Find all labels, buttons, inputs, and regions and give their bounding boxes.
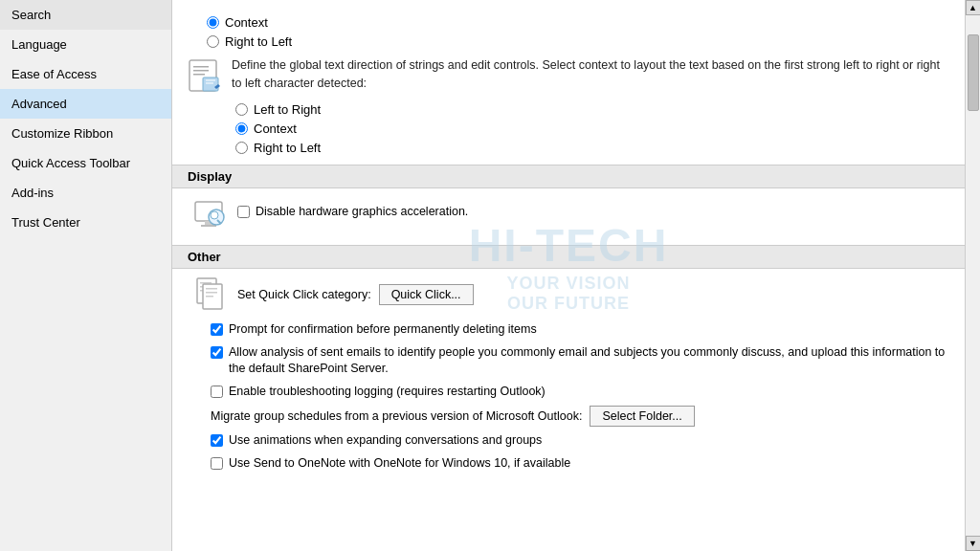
radio-ltr-input[interactable] xyxy=(235,103,248,116)
info-description: Define the global text direction of stri… xyxy=(232,56,949,93)
svg-rect-3 xyxy=(193,74,205,76)
other-icon xyxy=(193,276,228,314)
checkbox-confirm-delete[interactable]: Prompt for confirmation before permanent… xyxy=(188,321,949,339)
info-icon xyxy=(188,58,222,93)
display-section-header: Display xyxy=(172,165,965,188)
main-content: HI-TECH YOUR VISION OUR FUTURE Context R… xyxy=(172,0,965,551)
troubleshooting-checkbox[interactable] xyxy=(211,386,223,398)
scrollbar[interactable]: ▲ ▼ xyxy=(965,0,980,551)
animations-checkbox[interactable] xyxy=(211,434,223,447)
info-block: Define the global text direction of stri… xyxy=(188,56,949,93)
quick-click-button[interactable]: Quick Click... xyxy=(379,284,474,305)
migrate-row: Migrate group schedules from a previous … xyxy=(188,406,949,427)
sidebar-item-customize-ribbon[interactable]: Customize Ribbon xyxy=(0,119,171,148)
sidebar-item-language[interactable]: Language xyxy=(0,30,171,59)
svg-rect-2 xyxy=(193,70,209,72)
sidebar-item-add-ins[interactable]: Add-ins xyxy=(0,178,171,208)
svg-rect-19 xyxy=(206,292,217,294)
sidebar-item-advanced[interactable]: Advanced xyxy=(0,89,171,119)
radio-context-mid[interactable]: Context xyxy=(235,121,949,136)
sidebar-item-search[interactable]: Search xyxy=(0,0,171,30)
checkbox-allow-analysis[interactable]: Allow analysis of sent emails to identif… xyxy=(188,344,949,378)
radio-ltr[interactable]: Left to Right xyxy=(235,102,949,117)
other-section-header: Other xyxy=(172,245,965,269)
svg-point-11 xyxy=(211,211,218,219)
radio-context-top[interactable]: Context xyxy=(207,15,949,30)
radio-rtl-top[interactable]: Right to Left xyxy=(207,34,949,49)
middle-radio-group: Left to Right Context Right to Left xyxy=(235,102,949,155)
top-radio-group: Context Right to Left xyxy=(207,15,949,49)
select-folder-button[interactable]: Select Folder... xyxy=(590,406,694,427)
scrollbar-thumb[interactable] xyxy=(968,34,979,111)
confirm-delete-checkbox[interactable] xyxy=(211,323,223,336)
svg-rect-20 xyxy=(206,296,213,298)
radio-rtl-top-input[interactable] xyxy=(207,35,219,48)
send-to-onenote-checkbox[interactable] xyxy=(211,457,223,470)
allow-analysis-checkbox[interactable] xyxy=(211,346,223,359)
display-icon xyxy=(193,198,228,235)
svg-rect-18 xyxy=(206,288,217,290)
hardware-accel-checkbox[interactable] xyxy=(237,206,250,218)
sidebar-item-ease-of-access[interactable]: Ease of Access xyxy=(0,59,171,89)
sidebar: Search Language Ease of Access Advanced … xyxy=(0,0,172,551)
display-checkbox-row[interactable]: Disable hardware graphics acceleration. xyxy=(237,204,468,221)
checkbox-animations[interactable]: Use animations when expanding conversati… xyxy=(188,432,949,450)
scroll-up-arrow[interactable]: ▲ xyxy=(966,0,981,15)
sidebar-item-trust-center[interactable]: Trust Center xyxy=(0,208,171,237)
quick-click-row: Set Quick Click category: Quick Click... xyxy=(237,284,474,305)
svg-rect-1 xyxy=(193,66,209,68)
svg-rect-4 xyxy=(203,77,218,91)
scroll-down-arrow[interactable]: ▼ xyxy=(966,536,981,551)
checkbox-send-to-onenote[interactable]: Use Send to OneNote with OneNote for Win… xyxy=(188,455,949,473)
sidebar-item-quick-access-toolbar[interactable]: Quick Access Toolbar xyxy=(0,148,171,178)
radio-context-mid-input[interactable] xyxy=(235,122,248,135)
radio-rtl-mid-input[interactable] xyxy=(235,142,248,154)
radio-rtl-mid[interactable]: Right to Left xyxy=(235,141,949,155)
radio-context-top-input[interactable] xyxy=(207,16,219,29)
checkbox-troubleshooting[interactable]: Enable troubleshooting logging (requires… xyxy=(188,384,949,401)
